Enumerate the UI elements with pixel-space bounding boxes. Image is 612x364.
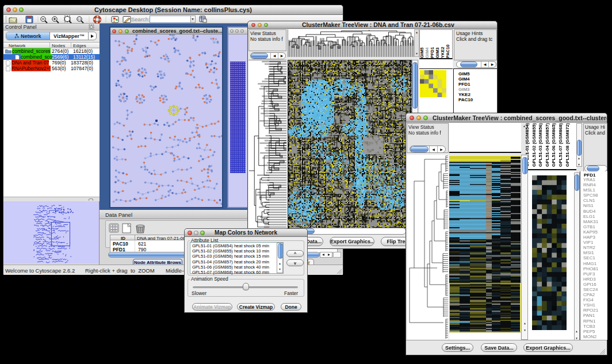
svg-text:1:1: 1:1 bbox=[78, 18, 82, 21]
